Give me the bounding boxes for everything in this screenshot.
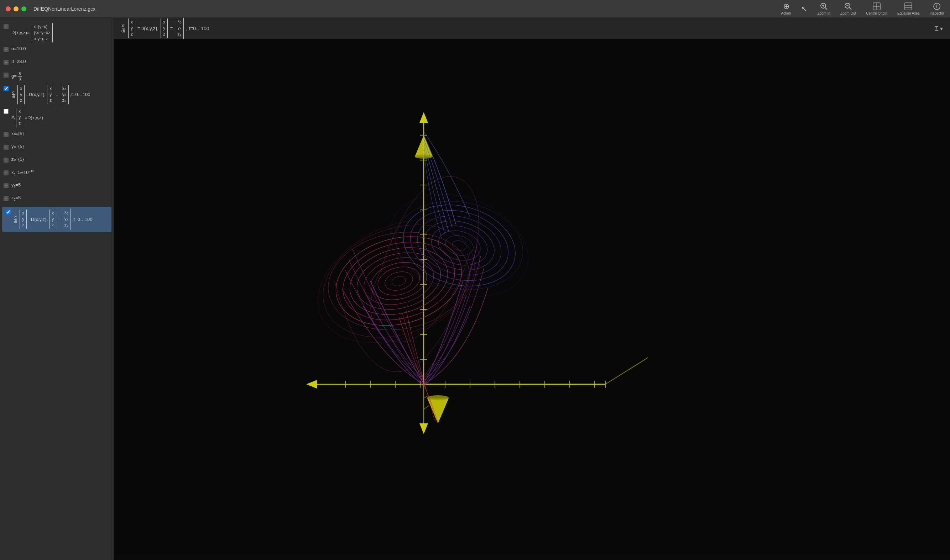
item-content: z₀={5} [11, 157, 110, 162]
eq-matrix1: x y z [128, 18, 135, 38]
pointer-icon: ↖ [801, 5, 807, 13]
inspector-label: Inspector [930, 11, 944, 15]
zoom-in-button[interactable]: Zoom In [817, 3, 830, 15]
app-title: DiffEQNonLinearLorenz.gcx [34, 6, 781, 12]
matrix-xyz4: x y z [49, 209, 56, 229]
list-item[interactable]: d dt x y z =D(x,y,z), x y z = xδ yδ [2, 207, 111, 232]
item-content: zδ=5 [11, 195, 110, 202]
item-content: xδ=5+10−15 [11, 169, 110, 176]
collapse-icon[interactable]: − [3, 158, 9, 163]
list-item[interactable]: − y₀={5} [0, 142, 114, 155]
ode2-checkbox[interactable] [6, 209, 11, 215]
list-item[interactable]: − g= 8 3 [0, 70, 114, 83]
collapse-icon[interactable]: − [3, 196, 9, 201]
eq-deriv: d dt [121, 23, 125, 34]
sidebar: − D(x,y,z)= α·(y−x) βx−y−xz x·y−g·z − α=… [0, 18, 114, 560]
action-icon: ⊕ [783, 3, 790, 10]
list-item[interactable]: − xδ=5+10−15 [0, 168, 114, 180]
matrix-delta: x y z [16, 108, 23, 127]
collapse-icon[interactable]: − [3, 171, 9, 175]
item-content: Δ x y z =D(x,y,z) [11, 108, 110, 127]
matrix-delta-init: xδ yδ zδ [62, 208, 71, 230]
centre-origin-label: Centre Origin [866, 11, 887, 15]
zoom-out-icon [844, 3, 852, 10]
zoom-out-button[interactable]: Zoom Out [841, 3, 856, 15]
equalise-axes-button[interactable]: Equalise Axes [897, 3, 920, 15]
eq-matrix2: x y z [160, 18, 168, 38]
collapse-icon[interactable]: − [3, 60, 9, 65]
fullscreen-button[interactable] [22, 6, 26, 11]
ode1-checkbox[interactable] [3, 86, 9, 91]
derivative-notation: d dt [11, 90, 15, 99]
derivative-notation2: d dt [14, 215, 17, 224]
list-item[interactable]: d dt x y z =D(x,y,z), x y z = x₀ y₀ [0, 83, 114, 106]
equalise-axes-label: Equalise Axes [897, 11, 920, 15]
delta-checkbox[interactable] [3, 109, 9, 114]
matrix-xyz: x y z [17, 85, 25, 104]
collapse-icon[interactable]: − [3, 183, 9, 188]
matrix-xyz3: x y z [20, 209, 27, 229]
inspector-button[interactable]: i Inspector [930, 3, 944, 15]
traffic-lights [6, 6, 26, 11]
minimize-button[interactable] [14, 6, 19, 11]
svg-line-1 [825, 8, 827, 9]
svg-text:i: i [936, 4, 938, 9]
list-item[interactable]: − z₀={5} [0, 155, 114, 168]
list-item[interactable]: − x₀={5} [0, 129, 114, 142]
item-content: d dt x y z =D(x,y,z), x y z = xδ yδ [14, 208, 108, 230]
collapse-icon[interactable]: − [3, 145, 9, 150]
list-item[interactable]: Δ x y z =D(x,y,z) [0, 106, 114, 129]
item-content: x₀={5} [11, 131, 110, 136]
item-content: yδ=5 [11, 182, 110, 189]
item-content: β=28.0 [11, 59, 110, 64]
canvas-area[interactable]: d dt x y z =D(x,y,z), x y z = xδ yδ [114, 18, 950, 560]
item-content: d dt x y z =D(x,y,z), x y z = x₀ y₀ [11, 85, 110, 104]
list-item[interactable]: − β=28.0 [0, 57, 114, 70]
svg-line-5 [850, 8, 852, 9]
centre-origin-button[interactable]: Centre Origin [866, 3, 887, 15]
close-button[interactable] [6, 6, 11, 11]
eq-matrix3: xδ yδ zδ [175, 18, 184, 39]
sigma-button[interactable]: Σ ▾ [935, 25, 943, 32]
list-item[interactable]: − zδ=5 [0, 193, 114, 206]
action-button[interactable]: ⊕ Action [781, 3, 791, 15]
matrix-xyz2: x y z [47, 85, 54, 104]
collapse-icon[interactable]: − [3, 47, 9, 52]
item-content: α=10.0 [11, 46, 110, 51]
item-content: D(x,y,z)= α·(y−x) βx−y−xz x·y−g·z [11, 23, 110, 42]
list-item[interactable]: − D(x,y,z)= α·(y−x) βx−y−xz x·y−g·z [0, 22, 114, 44]
matrix-display: α·(y−x) βx−y−xz x·y−g·z [32, 23, 53, 42]
list-item[interactable]: − yδ=5 [0, 180, 114, 193]
collapse-icon[interactable]: − [3, 24, 9, 29]
item-content: g= 8 3 [11, 72, 110, 81]
item-content: y₀={5} [11, 144, 110, 149]
action-label: Action [781, 11, 791, 15]
svg-rect-10 [905, 3, 912, 10]
zoom-in-label: Zoom In [817, 11, 830, 15]
equation-bar: d dt x y z =D(x,y,z), x y z = xδ yδ [114, 18, 950, 39]
matrix-init: x₀ y₀ z₀ [60, 85, 69, 104]
pointer-button[interactable]: ↖ [801, 5, 807, 13]
svg-point-45 [427, 395, 449, 400]
equalise-axes-icon [904, 3, 912, 10]
collapse-icon[interactable]: − [3, 72, 9, 78]
collapse-icon[interactable]: − [3, 132, 9, 137]
fraction-display: 8 3 [18, 72, 22, 81]
list-item[interactable]: − α=10.0 [0, 44, 114, 57]
lorenz-visualization [114, 39, 950, 555]
zoom-out-label: Zoom Out [841, 11, 856, 15]
inspector-icon: i [933, 3, 941, 10]
zoom-in-icon [820, 3, 828, 10]
centre-origin-icon [873, 3, 881, 10]
svg-rect-15 [114, 39, 950, 555]
